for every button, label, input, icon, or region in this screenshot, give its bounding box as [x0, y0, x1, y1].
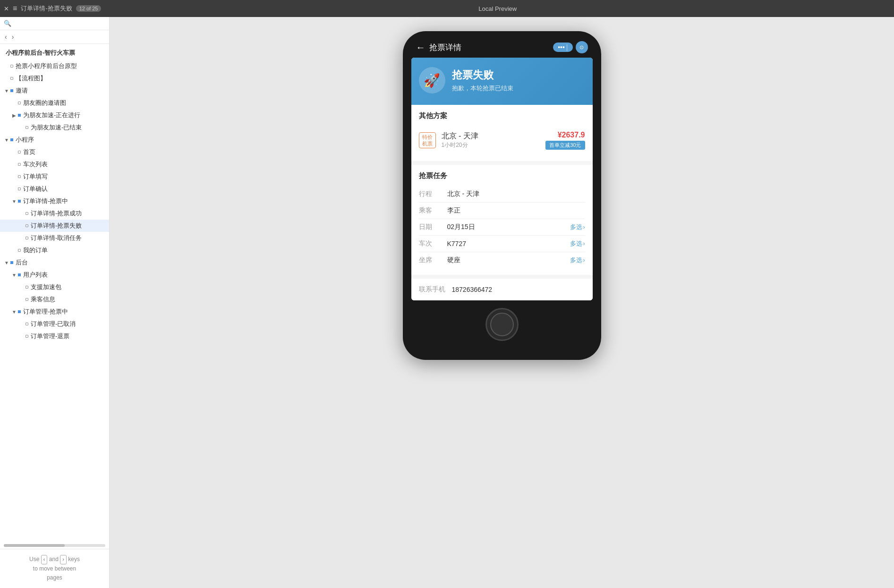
tree-item-label: 朋友圈的邀请图 — [23, 99, 66, 107]
phone-home-button-inner — [490, 313, 514, 336]
horizontal-scrollbar[interactable] — [4, 544, 105, 547]
task-value: 02月15日 — [447, 223, 570, 231]
folder-icon — [18, 200, 21, 203]
tree-item-label: 订单详情-取消任务 — [31, 234, 82, 242]
phone-back-button[interactable]: ← — [416, 42, 426, 53]
sidebar-item-item-12[interactable]: ▼订单详情-抢票中 — [0, 195, 109, 207]
sidebar-item-item-18[interactable]: ▼用户列表 — [0, 269, 109, 281]
sidebar-nav-arrows: ‹ › — [0, 30, 109, 44]
tree-item-label: 支援加速包 — [31, 283, 61, 291]
sidebar-search[interactable]: 🔍 — [0, 17, 109, 30]
sidebar-item-item-4[interactable]: 朋友圈的邀请图 — [0, 97, 109, 109]
sidebar-item-item-13[interactable]: 订单详情-抢票成功 — [0, 207, 109, 220]
sidebar-item-item-21[interactable]: ▼订单管理-抢票中 — [0, 306, 109, 318]
page-icon — [18, 151, 21, 153]
tree-item-label: 后台 — [16, 258, 28, 267]
tree-item-label: 邀请 — [16, 86, 28, 95]
top-bar: ✕ ≡ 订单详情-抢票失败 12 of 25 Local Preview — [0, 0, 894, 17]
phone-home-button[interactable] — [485, 308, 519, 341]
sidebar-item-item-7[interactable]: ▼小程序 — [0, 134, 109, 146]
folder-toggle[interactable]: ▶ — [11, 113, 17, 118]
sidebar-item-item-8[interactable]: 首页 — [0, 146, 109, 158]
tree-item-label: 订单管理-退票 — [31, 332, 69, 341]
sidebar-item-item-17[interactable]: ▼后台 — [0, 256, 109, 269]
sidebar-item-item-6[interactable]: 为朋友加速-已结束 — [0, 121, 109, 134]
contact-value: 18726366472 — [452, 286, 493, 293]
sidebar-item-item-15[interactable]: 订单详情-取消任务 — [0, 232, 109, 244]
status-icon: 🚀 — [419, 67, 445, 94]
task-value: K7727 — [447, 240, 570, 247]
task-title: 抢票任务 — [419, 171, 585, 180]
nav-next-button[interactable]: › — [10, 32, 16, 42]
task-row: 日期02月15日多选› — [419, 219, 585, 236]
status-subtitle: 抱歉，本轮抢票已结束 — [452, 84, 513, 93]
task-row: 行程北京 - 天津 — [419, 186, 585, 203]
sidebar-item-item-20[interactable]: 乘客信息 — [0, 293, 109, 306]
more-button[interactable]: 多选› — [570, 256, 585, 264]
sidebar-item-item-9[interactable]: 车次列表 — [0, 158, 109, 170]
sidebar-item-item-23[interactable]: 订单管理-退票 — [0, 330, 109, 342]
sidebar: 🔍 ‹ › 小程序前后台-智行火车票 抢票小程序前后台原型【流程图】▼邀请朋友圈… — [0, 17, 110, 588]
more-arrow-icon: › — [583, 224, 585, 230]
tree-item-label: 为朋友加速-正在进行 — [23, 111, 80, 119]
sidebar-item-item-19[interactable]: 支援加速包 — [0, 281, 109, 293]
folder-icon — [18, 114, 21, 117]
main-layout: 🔍 ‹ › 小程序前后台-智行火车票 抢票小程序前后台原型【流程图】▼邀请朋友圈… — [0, 17, 894, 588]
nav-prev-button[interactable]: ‹ — [3, 32, 9, 42]
page-icon — [26, 335, 28, 338]
tree-item-label: 车次列表 — [23, 160, 48, 169]
folder-toggle[interactable]: ▼ — [11, 273, 17, 278]
page-icon — [26, 224, 28, 227]
tree-item-label: 订单详情-抢票中 — [23, 197, 68, 205]
ticket-price: ¥2637.9 — [545, 131, 585, 139]
sidebar-item-item-10[interactable]: 订单填写 — [0, 170, 109, 183]
phone-record-button[interactable]: ⊙ — [576, 41, 588, 53]
page-icon — [10, 77, 13, 80]
sidebar-item-item-11[interactable]: 订单确认 — [0, 183, 109, 195]
alternative-card[interactable]: 特价 机票 北京 - 天津 1小时20分 ¥2637.9 首单立减30元 — [419, 126, 585, 154]
menu-icon: ≡ — [13, 4, 17, 13]
status-header: 🚀 抢票失败 抱歉，本轮抢票已结束 — [411, 58, 593, 105]
task-label: 行程 — [419, 190, 447, 198]
page-icon — [18, 175, 21, 178]
sidebar-item-item-3[interactable]: ▼邀请 — [0, 85, 109, 97]
phone-screen: 🚀 抢票失败 抱歉，本轮抢票已结束 其他方案 — [411, 58, 593, 300]
more-button[interactable]: 多选› — [570, 223, 585, 231]
preview-area: Local Preview ← 抢票详情 ••• | ⊙ — [110, 17, 894, 588]
task-row: 车次K7727多选› — [419, 236, 585, 252]
sidebar-item-item-1[interactable]: 抢票小程序前后台原型 — [0, 60, 109, 72]
task-value: 李正 — [447, 206, 585, 215]
page-icon — [26, 126, 28, 129]
tree-item-label: 为朋友加速-已结束 — [31, 123, 82, 132]
close-icon[interactable]: ✕ — [4, 5, 9, 12]
page-icon — [18, 163, 21, 166]
page-icon — [10, 65, 13, 68]
sidebar-item-item-14[interactable]: 订单详情-抢票失败 — [0, 220, 109, 232]
status-title: 抢票失败 — [452, 68, 513, 82]
page-icon — [26, 298, 28, 301]
contact-row: 联系手机 18726366472 — [419, 285, 585, 294]
phone-mockup: ← 抢票详情 ••• | ⊙ — [403, 31, 601, 360]
folder-toggle[interactable]: ▼ — [4, 88, 9, 94]
tree-item-label: 订单详情-抢票失败 — [31, 222, 82, 230]
folder-toggle[interactable]: ▼ — [11, 309, 17, 315]
next-key-badge: › — [60, 555, 67, 564]
more-button[interactable]: 多选› — [570, 239, 585, 248]
tree-item-label: 订单管理-抢票中 — [23, 307, 68, 316]
task-row: 乘客李正 — [419, 203, 585, 219]
search-input[interactable] — [14, 20, 105, 27]
sidebar-item-item-22[interactable]: 订单管理-已取消 — [0, 318, 109, 330]
folder-toggle[interactable]: ▼ — [4, 137, 9, 143]
alternative-title: 其他方案 — [419, 111, 585, 120]
task-row: 坐席硬座多选› — [419, 252, 585, 268]
tree-item-label: 【流程图】 — [16, 74, 46, 83]
folder-icon — [18, 273, 21, 276]
phone-more-button[interactable]: ••• | — [553, 43, 572, 52]
sidebar-item-item-2[interactable]: 【流程图】 — [0, 72, 109, 85]
folder-toggle[interactable]: ▼ — [4, 260, 9, 265]
folder-icon — [10, 138, 13, 141]
folder-toggle[interactable]: ▼ — [11, 199, 17, 204]
sidebar-item-item-5[interactable]: ▶为朋友加速-正在进行 — [0, 109, 109, 121]
more-arrow-icon: › — [583, 240, 585, 247]
sidebar-item-item-16[interactable]: 我的订单 — [0, 244, 109, 256]
